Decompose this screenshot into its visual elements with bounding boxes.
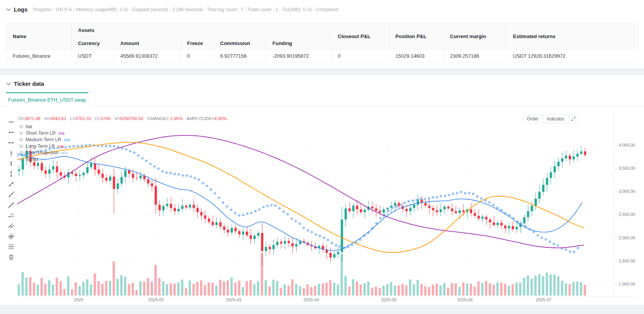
cell-estimated-returns: USDT 12928.31629972 [507,50,638,63]
price-axis-label: 3,000.00 [615,189,642,194]
price-axis-label: 3,500.00 [615,166,642,170]
drawing-toolbar: 123 [7,119,17,261]
expand-icon [571,116,576,122]
legend-row-signal: signal [18,156,229,162]
tool-extended-line[interactable] [7,202,16,209]
tool-trend-segment[interactable] [7,181,16,188]
tool-multi-channel[interactable] [7,233,16,240]
ticker-header: Ticker data [6,80,44,87]
col-header-position-pnl: Position P&L [389,23,444,50]
backtest-page: { "logs": { "title": "Logs", "summary": … [0,0,644,314]
time-axis-line [17,296,638,297]
tool-horizontal-segment[interactable] [7,129,16,136]
tool-parallel-channel[interactable] [7,222,16,229]
chart-area: 4,000.003,500.003,000.002,500.002,000.00… [0,106,644,303]
logs-title: Logs [14,6,28,13]
col-header-commission: Commission [214,37,266,50]
eye-icon[interactable] [18,144,24,149]
eye-icon[interactable] [18,137,24,142]
chart-legend: O=3871.48 H=3940.81 L=3751.03 C=3796 V=6… [18,116,229,162]
ticker-title: Ticker data [14,80,44,87]
tool-trend-ray[interactable] [7,191,16,198]
time-axis-label: 2025-04 [298,297,325,302]
collapse-chevron-icon[interactable] [6,82,11,85]
price-axis-label: 1,000.00 [615,282,642,286]
high-value: 3940.81 [50,116,66,121]
tool-price-line[interactable]: 123 [7,212,16,219]
col-header-freeze: Freeze [181,37,214,50]
legend-row-short-term-lr: Short-Term LRn/a [18,130,229,136]
cell-position-pnl: 15029.14603 [389,50,444,63]
time-axis-label: 2025-02 [143,297,169,302]
tool-vertical-segment[interactable] [7,160,16,167]
open-value: 3871.48 [25,116,41,121]
indicator-button[interactable]: Indicator [543,115,569,123]
eye-icon[interactable] [18,131,24,135]
cell-name: Futures_Binance [7,50,72,63]
cell-currency: USDT [72,50,114,63]
time-axis-label: 2025-07 [530,297,557,302]
time-axis-label: 2025 [65,297,92,302]
change-value: -1.95% [169,116,183,121]
legend-row-medium-term-lr: Medium-Term LRn/a [18,136,229,143]
time-axis-label: 2025-06 [451,297,478,302]
col-header-estimated-returns: Estimated returns [507,23,638,50]
eye-icon[interactable] [18,124,24,129]
cell-freeze: 0 [181,50,214,63]
tool-horizontal-channel[interactable] [7,243,16,250]
cell-closeout-pnl: 0 [332,50,389,63]
legend-row-bar: bar [18,123,229,130]
logs-header: Logs Progress : 100.0 % - Memory usage(M… [6,6,338,13]
close-value: 3796 [101,116,111,121]
price-axis-label: 2,000.00 [615,236,642,240]
chart-button-group: Order Indicator [523,115,578,123]
trash-icon[interactable] [7,254,16,261]
tab-futures-binance-eth-usdt-swap[interactable]: Futures_Binance.ETH_USDT.swap [6,92,88,107]
ohlc-readout: O=3871.48 H=3940.81 L=3751.03 C=3796 V=6… [18,116,229,121]
col-header-closeout-pnl: Closeout P&L [332,23,389,50]
tool-vertical-ray[interactable] [7,170,16,177]
col-group-assets: Assets [72,23,332,37]
assets-table: Name Assets Closeout P&L Position P&L Cu… [6,23,638,63]
legend-row-long-term-lr: Long-Term LRn/a [18,143,229,149]
col-header-current-margin: Current margin [444,23,507,50]
col-header-name: Name [7,23,72,50]
price-axis-label: 1,500.00 [615,259,642,263]
logs-summary: Progress : 100.0 % - Memory usage(MB): 3… [33,7,338,12]
tool-horizontal-line[interactable] [7,119,16,125]
eye-icon[interactable] [18,157,24,162]
ticker-data-section: Ticker data Futures_Binance.ETH_USDT.swa… [0,75,644,305]
amplitude-value: 4.90% [214,116,227,121]
price-axis-label: 2,500.00 [615,212,642,217]
collapse-chevron-icon[interactable] [6,8,11,11]
cell-current-margin: 2309.257186 [444,50,507,63]
time-axis-label: 2025-05 [375,297,402,302]
col-header-funding: Funding [266,37,332,50]
fullscreen-button[interactable] [569,115,578,123]
cell-amount: 45589.91308372 [114,50,181,63]
cell-funding: -2093.90195872 [266,50,332,63]
tool-horizontal-ray[interactable] [7,139,16,146]
legend-row-short-projection: Short Projectionn/a [18,149,229,156]
svg-text:123: 123 [10,213,14,215]
price-axis-line [614,112,614,296]
tool-vertical-line[interactable] [7,150,16,157]
table-row: Futures_Binance USDT 45589.91308372 0 6.… [7,50,638,63]
logs-section: Logs Progress : 100.0 % - Memory usage(M… [0,0,644,68]
ticker-tab-strip: Futures_Binance.ETH_USDT.swap [0,92,644,106]
volume-value: 6290790.92 [120,116,143,121]
cell-commission: 6.92777156 [214,50,266,63]
order-button[interactable]: Order [523,115,543,123]
col-header-amount: Amount [114,37,181,50]
time-axis-label: 2025-03 [220,297,247,302]
low-value: 3751.03 [75,116,91,121]
col-header-currency: Currency [72,37,114,50]
eye-icon[interactable] [18,150,24,155]
price-axis-label: 4,000.00 [615,143,642,147]
